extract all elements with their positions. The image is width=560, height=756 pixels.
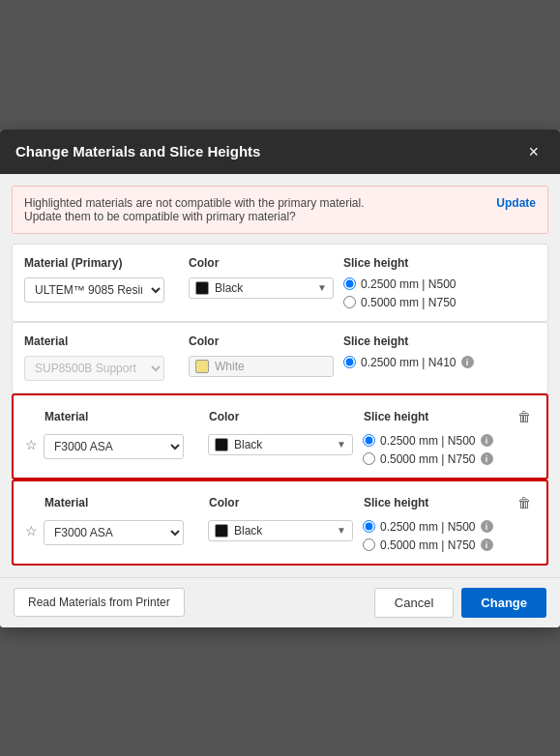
material-card-primary: Material (Primary)ColorSlice heightULTEM… [12,244,548,322]
star-icon-asa1[interactable]: ☆ [25,434,38,455]
close-button[interactable]: × [522,141,545,162]
slice-option-asa1-0[interactable]: 0.2500 mm | N500i [363,434,535,448]
material-card-support: MaterialColorSlice heightSUP8500B Suppor… [12,322,548,393]
slice-radio-asa2-0[interactable] [363,520,375,533]
alert-banner: Highlighted materials are not compatible… [12,186,548,234]
color-swatch-support [195,360,209,373]
card-content-row-asa2: ☆F3000 ASABlack▼0.2500 mm | N500i0.5000 … [25,520,535,552]
card-header-row-asa2: MaterialColorSlice height🗑 [25,493,535,512]
color-header-asa1: Color [209,410,364,423]
color-select-asa2[interactable]: Black▼ [208,520,353,541]
dialog-footer: Read Materials from Printer Cancel Chang… [0,577,560,627]
material-select-primary[interactable]: ULTEM™ 9085 Resin [24,277,164,303]
slice-option-asa2-1[interactable]: 0.5000 mm | N750i [363,538,535,552]
color-text-asa1: Black [234,438,331,451]
change-button[interactable]: Change [461,588,546,618]
material-select-asa2[interactable]: F3000 ASA [44,520,184,545]
slice-label-asa1-1: 0.5000 mm | N750 [380,452,476,466]
star-icon-asa2[interactable]: ☆ [25,520,38,541]
update-link[interactable]: Update [496,196,536,210]
color-arrow-asa1: ▼ [337,439,346,450]
color-select-asa1[interactable]: Black▼ [208,434,353,455]
dialog-body: Highlighted materials are not compatible… [0,174,560,577]
material-select-support[interactable]: SUP8500B Support [24,356,164,381]
dialog-header: Change Materials and Slice Heights × [0,130,560,174]
card-content-row-asa1: ☆F3000 ASABlack▼0.2500 mm | N500i0.5000 … [25,434,535,466]
slice-radio-primary-1[interactable] [343,296,356,308]
info-icon-support-0[interactable]: i [461,356,474,368]
slice-option-primary-0[interactable]: 0.2500 mm | N500 [343,277,536,291]
cancel-button[interactable]: Cancel [374,588,454,618]
material-select-asa1[interactable]: F3000 ASA [44,434,184,459]
card-content-row-primary: ULTEM™ 9085 ResinBlack▼0.2500 mm | N5000… [24,277,536,309]
slice-label-primary-0: 0.2500 mm | N500 [361,277,457,291]
slice-option-primary-1[interactable]: 0.5000 mm | N750 [343,296,536,309]
color-text-primary: Black [215,281,311,295]
color-header-support: Color [189,334,343,348]
trash-icon-asa1[interactable]: 🗑 [514,407,535,426]
color-select-primary[interactable]: Black▼ [189,277,334,299]
slice-header-asa2: Slice height [364,496,514,509]
slice-label-support-0: 0.2500 mm | N410 [361,356,457,369]
color-swatch-asa1 [215,438,228,451]
color-swatch-asa2 [215,524,228,538]
card-content-row-support: SUP8500B SupportWhite0.2500 mm | N410i [24,356,536,381]
info-icon-asa2-0[interactable]: i [481,520,493,533]
trash-icon-asa2[interactable]: 🗑 [514,493,535,512]
material-card-asa2: MaterialColorSlice height🗑☆F3000 ASABlac… [12,480,548,566]
color-arrow-primary: ▼ [317,282,327,293]
slice-header-support: Slice height [343,334,536,348]
slice-radio-asa2-1[interactable] [363,538,375,551]
alert-message: Highlighted materials are not compatible… [24,196,365,223]
slice-radio-asa1-1[interactable] [363,452,375,465]
slice-header-primary: Slice height [343,256,536,270]
slice-label-primary-1: 0.5000 mm | N750 [361,296,457,309]
slice-header-asa1: Slice height [364,410,514,423]
slice-label-asa1-0: 0.2500 mm | N500 [380,434,476,448]
color-header-primary: Color [189,256,343,270]
info-icon-asa1-1[interactable]: i [481,452,493,465]
card-header-row-asa1: MaterialColorSlice height🗑 [25,407,535,426]
dialog-title: Change Materials and Slice Heights [15,143,260,160]
color-arrow-asa2: ▼ [337,525,346,536]
card-header-row-support: MaterialColorSlice height [24,334,536,348]
slice-label-asa2-0: 0.2500 mm | N500 [380,520,476,534]
card-header-row-primary: Material (Primary)ColorSlice height [24,256,536,270]
slice-label-asa2-1: 0.5000 mm | N750 [380,538,476,552]
footer-actions: Cancel Change [374,588,546,618]
slice-option-support-0[interactable]: 0.2500 mm | N410i [343,356,536,369]
info-icon-asa1-0[interactable]: i [481,434,493,447]
change-materials-dialog: Change Materials and Slice Heights × Hig… [0,130,560,627]
slice-option-asa2-0[interactable]: 0.2500 mm | N500i [363,520,535,534]
material-header-support: Material [24,334,189,348]
color-text-support: White [215,360,327,373]
color-swatch-primary [195,281,209,295]
read-printer-button[interactable]: Read Materials from Printer [14,588,185,617]
color-text-asa2: Black [234,524,331,538]
slice-radio-asa1-0[interactable] [363,434,375,447]
material-header-asa1: Material [44,410,209,423]
material-card-asa1: MaterialColorSlice height🗑☆F3000 ASABlac… [12,393,548,480]
cards-container: Material (Primary)ColorSlice heightULTEM… [12,244,548,566]
slice-radio-support-0[interactable] [343,356,356,368]
info-icon-asa2-1[interactable]: i [481,538,493,551]
color-header-asa2: Color [209,496,364,509]
color-select-support: White [189,356,334,377]
material-header-primary: Material (Primary) [24,256,189,270]
material-header-asa2: Material [44,496,209,509]
slice-radio-primary-0[interactable] [343,277,356,290]
slice-option-asa1-1[interactable]: 0.5000 mm | N750i [363,452,535,466]
